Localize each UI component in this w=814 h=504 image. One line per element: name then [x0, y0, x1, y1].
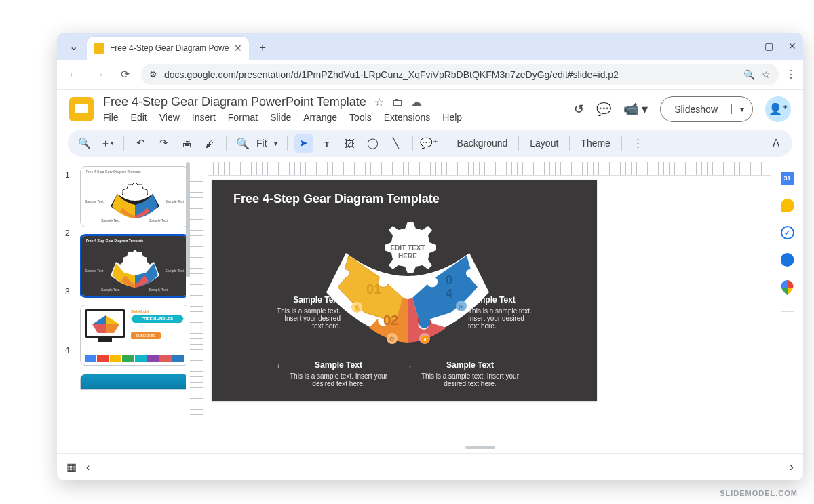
new-tab-button[interactable]: ＋ — [253, 38, 272, 57]
slide-thumbnail-1[interactable]: Free 4-Step Gear Diagram Template Sample… — [80, 166, 186, 227]
slide-index: 3 — [65, 287, 75, 296]
new-slide-button[interactable]: ＋▾ — [98, 134, 117, 153]
callout-heading: Sample Text — [288, 360, 389, 370]
calendar-addon-icon[interactable] — [781, 172, 794, 185]
menu-help[interactable]: Help — [442, 112, 462, 123]
move-document-button[interactable]: 🗀 — [392, 96, 403, 109]
contacts-addon-icon[interactable]: 👤 — [781, 253, 794, 267]
explore-button[interactable]: › — [790, 460, 794, 474]
maximize-button[interactable]: ▢ — [764, 41, 773, 52]
menu-tools[interactable]: Tools — [349, 112, 372, 123]
slideshow-label: Slideshow — [661, 104, 731, 115]
paint-format-button[interactable]: 🖌 — [200, 134, 219, 153]
image-tool-button[interactable]: 🖼 — [341, 134, 360, 153]
thumb-sample: Sample Text — [166, 199, 184, 203]
meet-button[interactable]: 📹 ▾ — [623, 102, 648, 117]
redo-button[interactable]: ↷ — [154, 134, 173, 153]
gear-center-text-1: EDIT TEXT — [390, 244, 425, 252]
separator — [518, 136, 519, 151]
maps-addon-icon[interactable] — [781, 280, 794, 295]
menu-extensions[interactable]: Extensions — [384, 112, 430, 123]
undo-button[interactable]: ↶ — [131, 134, 150, 153]
slide-canvas[interactable]: Free 4-Step Gear Diagram Template EDIT T… — [212, 180, 597, 401]
forward-button[interactable]: → — [90, 65, 109, 84]
comment-tool-button[interactable]: 💬⁺ — [420, 134, 439, 153]
comments-button[interactable]: 💬 — [596, 102, 611, 117]
gear-center-text-2: HERE — [398, 252, 417, 260]
doc-header: Free 4-Step Gear Diagram PowerPoint Temp… — [57, 90, 803, 124]
menu-file[interactable]: File — [103, 112, 119, 123]
thumb-title: Free 4-Step Gear Diagram Template — [86, 239, 143, 243]
hide-menus-button[interactable]: ᐱ — [767, 134, 786, 153]
zoom-dropdown-icon: ▾ — [274, 140, 277, 147]
line-tool-button[interactable]: ╲ — [387, 134, 406, 153]
share-button[interactable]: 👤⁺ — [765, 96, 791, 122]
browser-tab[interactable]: Free 4-Step Gear Diagram Powe ✕ — [87, 37, 249, 60]
minimize-button[interactable]: — — [740, 41, 750, 52]
svg-text:📶: 📶 — [421, 335, 429, 343]
speaker-notes-resize-handle[interactable] — [465, 446, 495, 449]
print-button[interactable]: 🖶 — [177, 134, 196, 153]
textbox-tool-button[interactable]: т — [317, 134, 336, 153]
separator — [123, 136, 124, 151]
callout-top-left: Sample Text This is a sample text. Inser… — [239, 295, 341, 330]
toolbar-container: 🔍 ＋▾ ↶ ↷ 🖶 🖌 🔍 Fit ▾ ➤ т 🖼 ◯ ╲ 💬⁺ Backgr… — [57, 124, 803, 162]
version-history-button[interactable]: ↺ — [574, 102, 584, 117]
theme-button[interactable]: Theme — [577, 138, 615, 149]
separator — [226, 136, 227, 151]
background-button[interactable]: Background — [453, 138, 512, 149]
slide-thumbnail-2[interactable]: Free 4-Step Gear Diagram Template Sample… — [80, 235, 186, 296]
zoom-label: Fit — [252, 138, 271, 149]
menu-view[interactable]: View — [159, 112, 180, 123]
menu-insert[interactable]: Insert — [192, 112, 216, 123]
slideshow-button[interactable]: Slideshow ▾ — [660, 96, 753, 122]
slideshow-dropdown[interactable]: ▾ — [731, 104, 752, 114]
menu-arrange[interactable]: Arrange — [303, 112, 337, 123]
slide-thumbnail-3[interactable]: SlideModel FREE BUNDLES SUBSCRIBE — [80, 305, 186, 366]
arrow-icon: ↓ — [277, 362, 280, 369]
slide-title: Free 4-Step Gear Diagram Template — [233, 192, 440, 206]
site-settings-icon[interactable]: ⚙ — [149, 69, 157, 79]
tablist-expand-button[interactable]: ⌄ — [64, 37, 83, 56]
back-button[interactable]: ← — [64, 65, 83, 84]
grid-view-button[interactable]: ▦ — [66, 461, 77, 473]
chrome-menu-button[interactable]: ⋮ — [786, 68, 796, 81]
zoom-indicator-icon[interactable]: 🔍 — [743, 69, 755, 80]
thumb-sample: Sample Text — [101, 218, 119, 222]
workspace: 1 2 3 4 Free 4-Step Gear Diagram Templat… — [57, 162, 803, 453]
google-side-panel: 👤 — [771, 162, 803, 453]
mini-gear-graphic — [104, 248, 166, 289]
star-document-button[interactable]: ☆ — [374, 96, 384, 109]
menu-format[interactable]: Format — [228, 112, 258, 123]
menu-slide[interactable]: Slide — [270, 112, 291, 123]
search-menus-button[interactable]: 🔍 — [75, 134, 94, 153]
layout-button[interactable]: Layout — [526, 138, 562, 149]
close-window-button[interactable]: ✕ — [788, 41, 796, 52]
tasks-addon-icon[interactable] — [781, 226, 794, 239]
menu-edit[interactable]: Edit — [131, 112, 147, 123]
document-title[interactable]: Free 4-Step Gear Diagram PowerPoint Temp… — [103, 95, 366, 109]
arrow-icon: → — [459, 301, 465, 308]
reload-button[interactable]: ⟳ — [115, 65, 134, 84]
thumb-sample: Sample Text — [85, 269, 103, 273]
google-slides-logo-icon[interactable] — [69, 97, 94, 121]
horizontal-ruler — [208, 162, 771, 176]
slide-index: 4 — [65, 345, 75, 355]
keep-addon-icon[interactable] — [781, 199, 794, 212]
thumb-sample: Sample Text — [149, 218, 168, 222]
close-tab-button[interactable]: ✕ — [234, 43, 242, 54]
slide-thumbnail-4[interactable] — [80, 374, 186, 390]
shape-tool-button[interactable]: ◯ — [364, 134, 383, 153]
arrow-icon: ↓ — [408, 362, 412, 369]
seg-num-2: 02 — [383, 313, 398, 328]
cloud-status-icon[interactable]: ☁ — [411, 96, 422, 109]
url-text: docs.google.com/presentation/d/1PmPZhdVu… — [164, 69, 737, 80]
zoom-control[interactable]: 🔍 Fit ▾ — [233, 137, 280, 150]
bookmark-star-icon[interactable]: ☆ — [762, 69, 771, 80]
callout-top-right: Sample Text This is a sample text. Inser… — [468, 295, 570, 330]
more-tools-button[interactable]: ⋮ — [629, 134, 648, 153]
slide-canvas-area: Free 4-Step Gear Diagram Template EDIT T… — [190, 162, 771, 453]
select-tool-button[interactable]: ➤ — [294, 134, 313, 153]
filmstrip-collapse-button[interactable]: ‹ — [86, 461, 90, 473]
address-bar[interactable]: ⚙ docs.google.com/presentation/d/1PmPZhd… — [141, 64, 779, 85]
